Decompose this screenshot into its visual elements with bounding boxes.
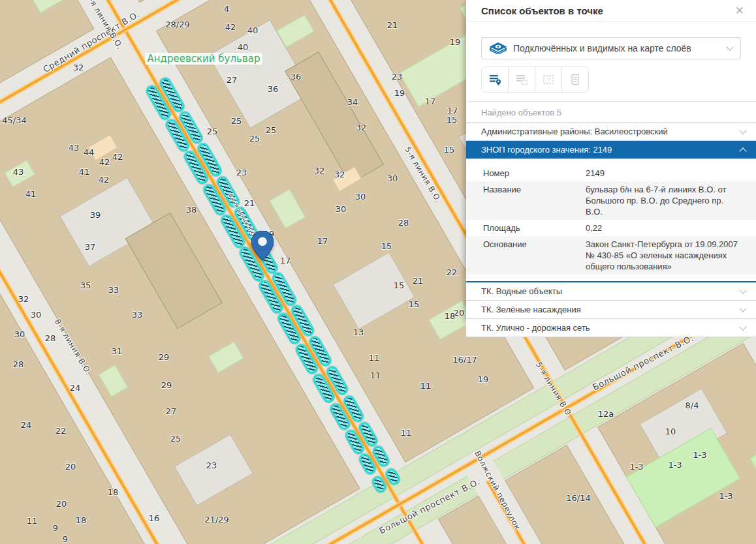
building-number: 15 xyxy=(394,280,405,290)
building-number: 24 xyxy=(21,420,32,430)
building-number: 30 xyxy=(387,174,398,183)
building-number: 11 xyxy=(369,353,380,363)
building-number: 11 xyxy=(27,516,38,526)
building-number: 35 xyxy=(80,280,91,290)
building-number: 41 xyxy=(25,189,37,199)
building-number: 20 xyxy=(65,462,76,472)
building-number: 32 xyxy=(18,294,29,304)
building-number: 25 xyxy=(249,134,260,144)
building-number: 23 xyxy=(236,168,247,177)
detail-label: Номер xyxy=(483,168,586,179)
building-number: 18 xyxy=(445,311,456,321)
close-icon[interactable]: ✕ xyxy=(732,4,747,18)
building-number: 30 xyxy=(355,192,366,202)
chevron-down-icon xyxy=(739,127,746,134)
building-number: 36 xyxy=(291,72,302,82)
building-number: 1-3 xyxy=(668,460,682,470)
building-number: 30 xyxy=(14,329,25,339)
building-number: 40 xyxy=(247,25,259,35)
building-number: 30 xyxy=(31,310,42,320)
building-number: 31 xyxy=(112,346,123,356)
building-number: 22 xyxy=(55,426,67,436)
building-number: 28 xyxy=(398,218,409,228)
building-number: 30 xyxy=(336,204,347,214)
accordion-label: ЗНОП городского значения: 2149 xyxy=(481,145,740,155)
building-number: 27 xyxy=(227,75,238,85)
document-button[interactable] xyxy=(562,67,588,92)
building-number: 15 xyxy=(447,115,458,125)
building-number: 15 xyxy=(444,145,455,155)
accordion-label: ТК. Зелёные насаждения xyxy=(481,305,740,314)
building-number: 16/14 xyxy=(566,493,590,503)
building-number: 21 xyxy=(387,20,398,30)
building-number: 25 xyxy=(207,127,218,136)
detail-label: Название xyxy=(483,184,586,217)
building-number: 28/29 xyxy=(165,20,189,29)
building-number: 11 xyxy=(370,370,381,380)
layer-filter-label: Подключённых и видимых на карте слоёв xyxy=(513,43,721,53)
boulevard-label: Андреевский бульвар xyxy=(146,53,262,65)
chevron-down-icon xyxy=(726,43,733,50)
building-number: 43 xyxy=(13,167,24,177)
building-number: 45/34 xyxy=(2,115,26,125)
chevron-up-icon xyxy=(739,147,746,155)
building-number: 17 xyxy=(447,106,458,115)
accordion-item-admin-rayony[interactable]: Административные районы: Василеостровски… xyxy=(466,123,756,141)
building-number: 34 xyxy=(347,97,358,107)
building-number: 28 xyxy=(45,333,56,343)
building-number: 8/4 xyxy=(685,400,699,410)
accordion-item-tk-ulichno[interactable]: ТК. Улично - дорожная сеть xyxy=(466,319,756,337)
detail-value: 0,22 xyxy=(586,222,742,234)
building-number: 40 xyxy=(238,42,249,52)
building-number: 29 xyxy=(161,380,172,390)
building-number: 15 xyxy=(409,299,420,309)
building-number: 25 xyxy=(170,434,181,444)
building-number: 27 xyxy=(166,406,177,416)
building-number: 10 xyxy=(665,427,676,436)
svg-text:?: ? xyxy=(546,76,550,83)
building-number: 23 xyxy=(206,461,217,470)
layer-filter-dropdown[interactable]: Подключённых и видимых на карте слоёв xyxy=(481,37,741,59)
building-number: 32 xyxy=(314,166,325,175)
results-accordion: Административные районы: Василеостровски… xyxy=(466,122,756,337)
building-number: 32 xyxy=(73,63,84,72)
building-number: 18 xyxy=(76,515,87,525)
map-marker-pin xyxy=(251,231,274,260)
document-icon xyxy=(569,73,582,86)
building-number: 13 xyxy=(353,327,364,337)
detail-row: Название бульвар б/н на 6-7-й линиях В.О… xyxy=(466,181,756,220)
accordion-item-tk-vodnye[interactable]: ТК. Водные объекты xyxy=(466,282,756,301)
list-by-rect-button[interactable] xyxy=(509,67,535,92)
building-number: 25 xyxy=(231,116,242,126)
building-number: 32 xyxy=(356,123,367,132)
building-number: 1-3 xyxy=(719,491,732,501)
accordion-item-tk-zelenye[interactable]: ТК. Зелёные насаждения xyxy=(466,301,756,319)
building-number: 17 xyxy=(317,236,328,246)
detail-value: бульвар б/н на 6-7-й линиях В.О. от Боль… xyxy=(586,184,742,217)
detail-value: Закон Санкт-Петербурга от 19.09.2007 № 4… xyxy=(586,239,742,272)
list-by-point-button[interactable] xyxy=(482,67,509,92)
building-number: 19 xyxy=(450,37,461,47)
chevron-down-icon xyxy=(739,286,746,294)
building-number: 19 xyxy=(394,88,405,98)
building-number: 21 xyxy=(244,198,255,208)
rect-question-button[interactable]: ? xyxy=(535,67,562,92)
building-number: 21 xyxy=(413,276,424,286)
accordion-item-znop-2149[interactable]: ЗНОП городского значения: 2149 xyxy=(466,141,756,159)
result-view-toolbar: ? xyxy=(481,67,589,93)
building-number: 32 xyxy=(334,170,345,179)
building-number: 12а xyxy=(598,409,614,419)
detail-row: Номер 2149 xyxy=(466,165,756,181)
building-number: 39 xyxy=(90,210,101,220)
building-number: 4 xyxy=(224,4,229,14)
detail-row: Основание Закон Санкт-Петербурга от 19.0… xyxy=(466,236,756,275)
building-number: 33 xyxy=(132,310,143,320)
building-number: 20 xyxy=(56,499,67,509)
building-number: 42 xyxy=(225,22,236,32)
building-number: 28 xyxy=(13,359,24,369)
building-number: 29 xyxy=(159,352,170,362)
building-number: 42 xyxy=(112,152,123,162)
building-number: 16 xyxy=(149,513,160,523)
building-number: 42 xyxy=(99,157,110,167)
detail-label: Основание xyxy=(483,239,586,272)
